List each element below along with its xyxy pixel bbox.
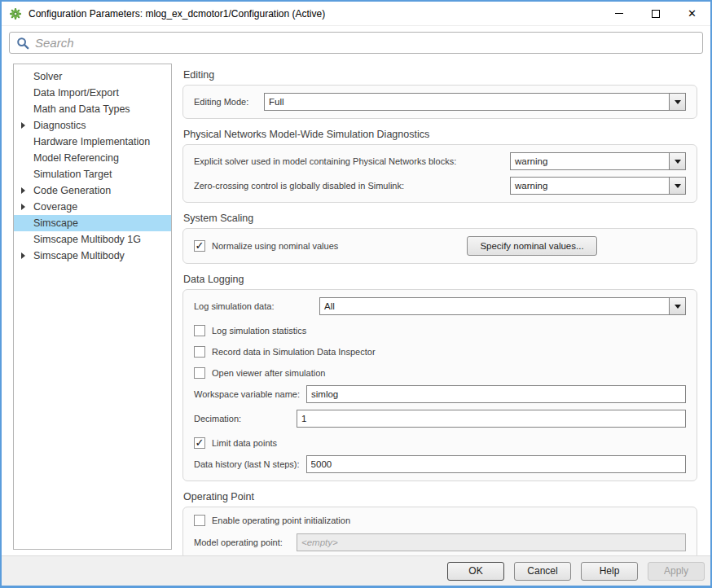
- cancel-button[interactable]: Cancel: [514, 562, 571, 581]
- expand-arrow-icon[interactable]: [21, 204, 25, 210]
- enable-operating-point-checkbox[interactable]: [194, 515, 205, 526]
- button-bar: OK Cancel Help Apply: [2, 555, 710, 586]
- configuration-parameters-dialog: Configuration Parameters: mlog_ex_dcmoto…: [0, 0, 712, 588]
- decimation-input[interactable]: [297, 410, 686, 428]
- minimize-icon: [615, 13, 623, 14]
- sidebar-item-model-referencing[interactable]: Model Referencing: [14, 150, 171, 166]
- sidebar-item-math-and-data-types[interactable]: Math and Data Types: [14, 101, 171, 117]
- normalize-nominal-label: Normalize using nominal values: [212, 241, 345, 251]
- minimize-button[interactable]: [600, 2, 637, 25]
- search-icon: [16, 37, 29, 50]
- explicit-solver-value: warning: [510, 152, 670, 170]
- expand-arrow-icon[interactable]: [21, 187, 25, 194]
- sidebar-item-label: Simulation Target: [33, 169, 112, 180]
- zero-crossing-value: warning: [510, 177, 670, 195]
- close-button[interactable]: ✕: [674, 2, 710, 25]
- expand-arrow-icon[interactable]: [21, 252, 25, 259]
- limit-data-points-checkbox[interactable]: ✓: [194, 437, 205, 449]
- gear-icon: [9, 7, 22, 20]
- log-simulation-statistics-checkbox[interactable]: [194, 325, 205, 336]
- sidebar-item-label: Simscape Multibody: [33, 250, 125, 261]
- sidebar-item-label: Hardware Implementation: [33, 136, 150, 147]
- sidebar-item-label: Code Generation: [33, 185, 111, 196]
- check-icon: ✓: [196, 240, 204, 251]
- sidebar-item-coverage[interactable]: Coverage: [14, 199, 171, 215]
- expand-arrow-icon[interactable]: [21, 122, 25, 129]
- help-button[interactable]: Help: [581, 562, 638, 581]
- chevron-down-icon: [675, 305, 681, 309]
- search-input[interactable]: Search: [9, 32, 703, 54]
- data-logging-group: Log simulation data: All Log simulation …: [182, 289, 697, 481]
- chevron-down-icon: [675, 100, 681, 104]
- open-viewer-label: Open viewer after simulation: [212, 368, 332, 378]
- open-viewer-checkbox[interactable]: [194, 367, 205, 379]
- explicit-solver-dropdown-button[interactable]: [670, 152, 686, 170]
- sidebar-item-label: Simscape Multibody 1G: [33, 234, 141, 245]
- data-history-label: Data history (last N steps):: [194, 459, 306, 469]
- model-operating-point-input: [297, 533, 686, 551]
- dialog-body: Solver Data Import/Export Math and Data …: [2, 59, 710, 555]
- zero-crossing-dropdown-button[interactable]: [670, 177, 686, 195]
- maximize-icon: [652, 10, 660, 18]
- sidebar-item-label: Solver: [33, 71, 62, 82]
- zero-crossing-select[interactable]: warning: [510, 177, 686, 195]
- section-header-data-logging: Data Logging: [183, 274, 697, 285]
- sidebar-item-simscape[interactable]: Simscape: [14, 215, 171, 231]
- section-header-system-scaling: System Scaling: [183, 213, 697, 224]
- sidebar-item-simscape-multibody[interactable]: Simscape Multibody: [14, 248, 171, 264]
- sidebar-item-label: Math and Data Types: [33, 103, 130, 115]
- chevron-down-icon: [675, 160, 681, 164]
- editing-mode-dropdown-button[interactable]: [670, 93, 686, 111]
- sidebar-item-data-import-export[interactable]: Data Import/Export: [14, 85, 171, 101]
- record-data-inspector-checkbox[interactable]: [194, 346, 205, 358]
- model-operating-point-label: Model operating point:: [194, 538, 297, 547]
- record-data-inspector-label: Record data in Simulation Data Inspector: [212, 347, 382, 357]
- log-simulation-data-label: Log simulation data:: [194, 301, 319, 311]
- explicit-solver-select[interactable]: warning: [510, 152, 686, 170]
- sidebar-item-label: Simscape: [33, 217, 78, 229]
- editing-group: Editing Mode: Full: [182, 85, 697, 119]
- search-placeholder: Search: [35, 36, 74, 50]
- section-header-editing: Editing: [183, 69, 697, 81]
- enable-operating-point-label: Enable operating point initialization: [212, 516, 357, 525]
- title-bar: Configuration Parameters: mlog_ex_dcmoto…: [2, 2, 710, 26]
- apply-button: Apply: [648, 562, 705, 581]
- operating-point-group: Enable operating point initialization Mo…: [182, 507, 697, 555]
- editing-mode-value: Full: [264, 93, 670, 111]
- specify-nominal-values-button[interactable]: Specify nominal values...: [467, 236, 597, 256]
- window-controls: ✕: [600, 2, 710, 25]
- search-bar: Search: [2, 26, 710, 59]
- sidebar-item-label: Data Import/Export: [33, 87, 119, 99]
- normalize-nominal-checkbox[interactable]: ✓: [194, 240, 205, 252]
- workspace-variable-label: Workspace variable name:: [194, 389, 306, 399]
- sidebar-item-code-generation[interactable]: Code Generation: [14, 182, 171, 199]
- section-header-operating-point: Operating Point: [183, 491, 697, 502]
- decimation-label: Decimation:: [194, 414, 297, 423]
- sidebar-item-solver[interactable]: Solver: [14, 68, 171, 85]
- sidebar-item-label: Diagnostics: [33, 120, 86, 131]
- settings-panel: Editing Editing Mode: Full Physical Netw…: [182, 59, 697, 555]
- close-icon: ✕: [688, 8, 697, 19]
- sidebar-item-diagnostics[interactable]: Diagnostics: [14, 117, 171, 134]
- sidebar-item-simscape-multibody-1g[interactable]: Simscape Multibody 1G: [14, 231, 171, 248]
- explicit-solver-label: Explicit solver used in model containing…: [194, 156, 510, 166]
- log-simulation-data-dropdown-button[interactable]: [670, 297, 686, 315]
- system-scaling-group: ✓ Normalize using nominal values Specify…: [182, 228, 697, 264]
- ok-button[interactable]: OK: [447, 562, 504, 581]
- physical-networks-group: Explicit solver used in model containing…: [182, 144, 697, 203]
- chevron-down-icon: [675, 184, 681, 188]
- log-simulation-statistics-label: Log simulation statistics: [212, 326, 313, 336]
- sidebar-item-hardware-implementation[interactable]: Hardware Implementation: [14, 134, 171, 150]
- data-history-input[interactable]: [306, 455, 686, 473]
- log-simulation-data-select[interactable]: All: [319, 297, 686, 315]
- editing-mode-select[interactable]: Full: [264, 93, 686, 111]
- workspace-variable-input[interactable]: [306, 385, 686, 403]
- maximize-button[interactable]: [637, 2, 674, 25]
- sidebar-item-label: Coverage: [33, 201, 77, 213]
- sidebar-item-label: Model Referencing: [33, 152, 119, 164]
- window-title: Configuration Parameters: mlog_ex_dcmoto…: [29, 8, 325, 20]
- zero-crossing-label: Zero-crossing control is globally disabl…: [194, 181, 510, 191]
- sidebar-item-simulation-target[interactable]: Simulation Target: [14, 166, 171, 182]
- check-icon: ✓: [196, 437, 204, 448]
- log-simulation-data-value: All: [319, 297, 670, 315]
